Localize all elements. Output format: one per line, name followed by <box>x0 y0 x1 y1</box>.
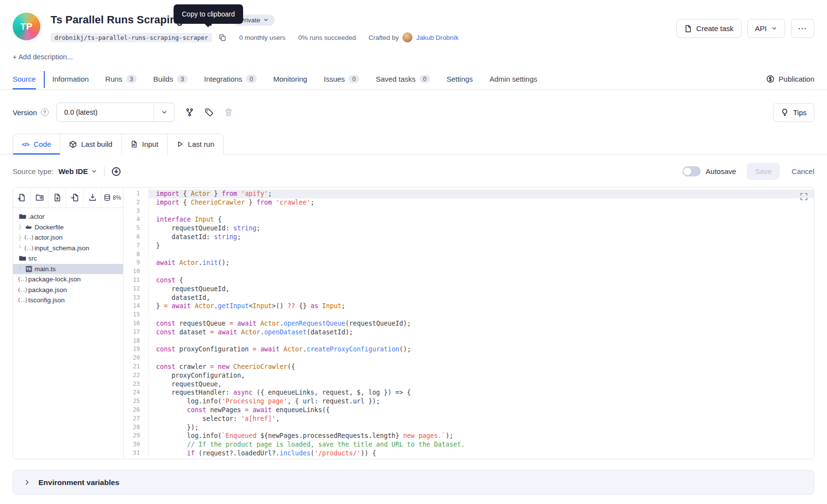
tab-monitoring[interactable]: Monitoring <box>273 70 307 89</box>
code-line[interactable]: 30// If the product page is loaded, save… <box>123 440 814 449</box>
code-line[interactable]: 10 <box>123 267 814 276</box>
code-line[interactable]: 13datasetId, <box>123 294 814 302</box>
tab-label: Settings <box>446 75 473 83</box>
code-line[interactable]: 26const newPages = await enqueueLinks({ <box>123 406 814 415</box>
code-line-content: const dataset = await Actor.openDataset(… <box>149 328 814 337</box>
import-file-button[interactable] <box>66 188 84 208</box>
code-line-content: datasetId: string; <box>149 233 814 242</box>
tab-settings[interactable]: Settings <box>446 70 473 89</box>
tab-publication[interactable]: Publication <box>766 70 814 89</box>
editor-tab-label: Input <box>142 140 158 148</box>
environment-variables-panel[interactable]: Environment variables <box>13 470 814 495</box>
help-icon[interactable]: ? <box>41 108 49 116</box>
code-line[interactable]: 2import { CheerioCrawler } from 'crawlee… <box>123 198 814 207</box>
code-line[interactable]: 1import { Actor } from 'apify'; <box>123 190 814 198</box>
code-editor[interactable]: 1import { Actor } from 'apify';2import {… <box>123 188 814 459</box>
tree-item-package-json[interactable]: {..}package.json <box>13 285 123 295</box>
autosave-toggle[interactable] <box>683 166 701 176</box>
stat-runs-succeeded: 0% runs succeeded <box>298 34 356 41</box>
tab-source[interactable]: Source <box>13 70 36 89</box>
git-branch-icon[interactable] <box>185 108 194 117</box>
code-line[interactable]: 27selector: 'a[href]', <box>123 415 814 423</box>
tab-issues[interactable]: Issues0 <box>324 70 359 89</box>
line-number: 2 <box>123 198 149 207</box>
fullscreen-icon[interactable] <box>800 192 808 201</box>
trash-icon <box>224 108 233 117</box>
code-line[interactable]: 23requestQueue, <box>123 380 814 389</box>
code-line[interactable]: 12requestQueueId, <box>123 285 814 294</box>
download-circle-icon[interactable] <box>111 167 121 176</box>
tree-item-main-ts[interactable]: └TSmain.ts <box>13 264 123 275</box>
save-button[interactable]: Save <box>747 163 780 180</box>
more-actions-button[interactable]: ··· <box>791 19 814 38</box>
code-line[interactable]: 6datasetId: string; <box>123 233 814 242</box>
tree-item-dockerfile[interactable]: ├Dockerfile <box>13 222 123 233</box>
tab-integrations[interactable]: Integrations0 <box>204 70 257 89</box>
line-number: 3 <box>123 207 149 216</box>
code-line[interactable]: 18 <box>123 337 814 346</box>
code-line[interactable]: 3 <box>123 207 814 216</box>
code-line[interactable]: 19const proxyConfiguration = await Actor… <box>123 345 814 354</box>
code-line-content <box>149 250 814 259</box>
code-line-content: proxyConfiguration, <box>149 371 814 380</box>
version-select[interactable]: 0.0 (latest) <box>56 103 175 122</box>
author-link[interactable]: Jakub Drobník <box>416 34 458 41</box>
line-number: 16 <box>123 319 149 328</box>
actor-avatar-initials: TP <box>20 21 33 32</box>
source-type-select[interactable]: Web IDE <box>58 167 97 175</box>
code-line[interactable]: 29log.info(`Enqueued ${newPages.processe… <box>123 432 814 440</box>
line-number: 25 <box>123 397 149 406</box>
code-line[interactable]: 7} <box>123 242 814 250</box>
code-line[interactable]: 24requestHandler: async ({ enqueueLinks,… <box>123 388 814 397</box>
editor-tab-input[interactable]: Input <box>122 134 167 155</box>
tree-item-actor-json[interactable]: ├{..}actor.json <box>13 232 123 243</box>
tips-button[interactable]: Tips <box>773 103 814 122</box>
new-folder-button[interactable] <box>31 188 48 208</box>
code-line[interactable]: 25log.info('Processing page', { url: req… <box>123 397 814 406</box>
editor-tab-code[interactable]: </>Code <box>13 134 60 155</box>
tree-item-actor[interactable]: .actor <box>13 211 123 222</box>
tree-item-package-lock-json[interactable]: {..}package-lock.json <box>13 274 123 285</box>
tag-icon[interactable] <box>205 108 213 117</box>
editor-tab-last-run[interactable]: Last run <box>168 134 223 155</box>
code-line[interactable]: 9await Actor.init(); <box>123 259 814 267</box>
source-type-row: Source type: Web IDE Autosave Save Cance… <box>0 163 827 180</box>
tab-builds[interactable]: Builds3 <box>153 70 188 89</box>
add-description[interactable]: + Add description... <box>13 53 814 61</box>
repo-slug[interactable]: drobnikj/ts-parallel-runs-scraping-scrap… <box>51 33 212 42</box>
tree-item-src[interactable]: src <box>13 253 123 264</box>
tab-admin-settings[interactable]: Admin settings <box>490 70 537 89</box>
code-line[interactable]: 17const dataset = await Actor.openDatase… <box>123 328 814 337</box>
download-tray-button[interactable] <box>84 188 101 208</box>
tab-count-badge: 0 <box>420 75 430 83</box>
code-line[interactable]: 20 <box>123 354 814 363</box>
code-line-content: log.info('Processing page', { url: reque… <box>149 397 814 406</box>
cancel-button[interactable]: Cancel <box>792 167 814 175</box>
code-line[interactable]: 8 <box>123 250 814 259</box>
tab-runs[interactable]: Runs3 <box>106 70 137 89</box>
tab-information[interactable]: Information <box>53 70 89 89</box>
code-line[interactable]: 31if (request?.loadedUrl?.includes('/pro… <box>123 449 814 458</box>
chevron-down-icon[interactable] <box>154 103 174 122</box>
api-button[interactable]: API <box>747 19 785 38</box>
tree-item-input-schema-json[interactable]: └{..}input_schema.json <box>13 243 123 254</box>
create-task-button[interactable]: Create task <box>676 19 741 38</box>
new-file-button[interactable] <box>13 188 31 208</box>
code-line[interactable]: 16const requestQueue = await Actor.openR… <box>123 319 814 328</box>
copy-icon[interactable] <box>218 34 227 42</box>
tree-item-name: actor.json <box>35 234 63 241</box>
tab-saved-tasks[interactable]: Saved tasks0 <box>376 70 430 89</box>
tree-item-tsconfig-json[interactable]: {..}tsconfig.json <box>13 295 123 306</box>
code-line[interactable]: 5requestQueueId: string; <box>123 224 814 233</box>
upload-file-button[interactable] <box>49 188 66 208</box>
editor-tab-last-build[interactable]: Last build <box>60 134 122 155</box>
code-line-content: } <box>149 242 814 250</box>
tree-item-name: package-lock.json <box>28 276 81 283</box>
code-line[interactable]: 28}); <box>123 423 814 432</box>
code-line[interactable]: 21const crawler = new CheerioCrawler({ <box>123 363 814 371</box>
code-line[interactable]: 4interface Input { <box>123 215 814 224</box>
code-line[interactable]: 22proxyConfiguration, <box>123 371 814 380</box>
code-line[interactable]: 15 <box>123 311 814 319</box>
code-line[interactable]: 11const { <box>123 276 814 285</box>
code-line[interactable]: 14} = await Actor.getInput<Input>() ?? {… <box>123 302 814 311</box>
